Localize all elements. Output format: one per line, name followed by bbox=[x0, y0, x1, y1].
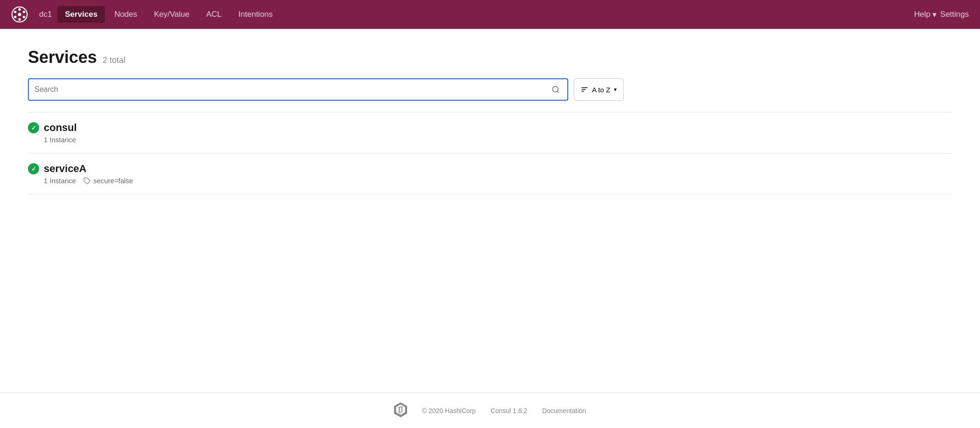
sort-button[interactable]: A to Z ▾ bbox=[574, 78, 624, 101]
nav-keyvalue[interactable]: Key/Value bbox=[147, 6, 197, 23]
page-title: Services bbox=[28, 48, 97, 67]
service-tag-value: secure=false bbox=[93, 177, 133, 185]
service-name-row: serviceA bbox=[28, 163, 952, 175]
tag-icon bbox=[83, 177, 91, 185]
search-container bbox=[28, 78, 568, 101]
service-meta: 1 Instance secure=false bbox=[28, 177, 952, 185]
svg-line-9 bbox=[557, 91, 558, 92]
service-list: consul 1 Instance serviceA 1 Instance se… bbox=[28, 112, 952, 194]
search-button[interactable] bbox=[550, 83, 562, 96]
copyright-text: © 2020 HashiCorp bbox=[422, 407, 476, 414]
status-passing-icon bbox=[28, 122, 39, 133]
service-name-row: consul bbox=[28, 122, 952, 134]
footer: © 2020 HashiCorp Consul 1.8.2 Documentat… bbox=[0, 393, 980, 428]
svg-point-2 bbox=[18, 8, 20, 11]
svg-point-4 bbox=[23, 16, 25, 18]
hashicorp-logo-icon bbox=[394, 402, 407, 417]
logo[interactable] bbox=[11, 6, 28, 23]
settings-link[interactable]: Settings bbox=[940, 10, 969, 19]
help-chevron-icon: ▾ bbox=[932, 10, 937, 20]
help-menu[interactable]: Help ▾ bbox=[914, 10, 937, 20]
search-input[interactable] bbox=[34, 85, 550, 94]
service-item[interactable]: consul 1 Instance bbox=[28, 112, 952, 153]
svg-point-1 bbox=[18, 13, 21, 16]
documentation-link[interactable]: Documentation bbox=[542, 407, 586, 414]
nav-services[interactable]: Services bbox=[57, 6, 105, 23]
service-name: consul bbox=[44, 122, 77, 134]
help-label: Help bbox=[914, 10, 931, 19]
search-icon bbox=[551, 85, 560, 94]
consul-logo-icon bbox=[11, 6, 28, 23]
svg-point-5 bbox=[18, 18, 20, 21]
main-content: Services 2 total A to Z ▾ bbox=[0, 29, 980, 393]
service-instances: 1 Instance bbox=[44, 136, 76, 144]
status-passing-icon bbox=[28, 163, 39, 174]
nav-links: dc1 Services Nodes Key/Value ACL Intenti… bbox=[39, 6, 914, 23]
page-header: Services 2 total bbox=[28, 48, 952, 67]
service-meta: 1 Instance bbox=[28, 136, 952, 144]
sort-chevron-icon: ▾ bbox=[614, 86, 617, 93]
service-instances: 1 Instance bbox=[44, 177, 76, 185]
hashicorp-logo bbox=[394, 402, 407, 419]
datacenter-label: dc1 bbox=[39, 10, 52, 19]
sort-label: A to Z bbox=[592, 86, 610, 94]
svg-point-3 bbox=[23, 11, 25, 13]
nav-intentions[interactable]: Intentions bbox=[231, 6, 280, 23]
sort-icon bbox=[581, 86, 588, 93]
nav-right: Help ▾ Settings bbox=[914, 10, 969, 20]
version-text: Consul 1.8.2 bbox=[490, 407, 527, 414]
service-item[interactable]: serviceA 1 Instance secure=false bbox=[28, 153, 952, 194]
service-name: serviceA bbox=[44, 163, 87, 175]
service-tag: secure=false bbox=[83, 177, 133, 185]
nav-nodes[interactable]: Nodes bbox=[107, 6, 144, 23]
search-row: A to Z ▾ bbox=[28, 78, 952, 101]
svg-point-6 bbox=[14, 16, 16, 18]
nav-acl[interactable]: ACL bbox=[199, 6, 229, 23]
navbar: dc1 Services Nodes Key/Value ACL Intenti… bbox=[0, 0, 980, 29]
page-count: 2 total bbox=[102, 55, 125, 65]
svg-point-7 bbox=[14, 11, 16, 13]
